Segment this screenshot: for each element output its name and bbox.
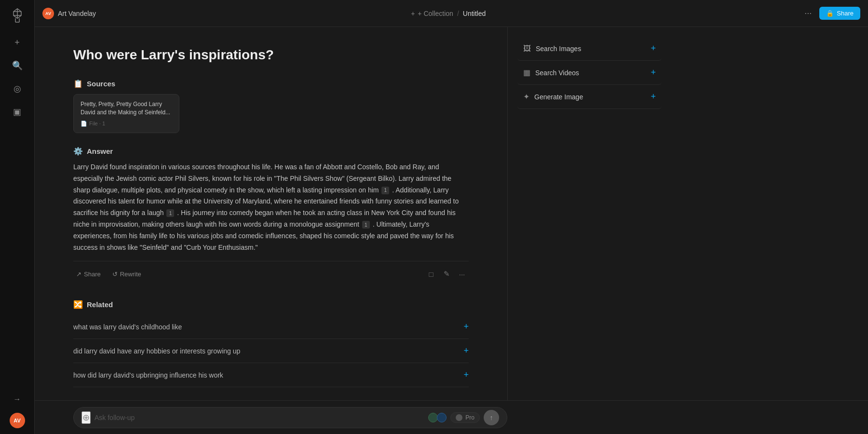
expand-sidebar-button[interactable]: → <box>8 390 27 409</box>
sidebar: + 🔍 ◎ ▣ → AV <box>0 0 35 434</box>
follow-up-actions: Pro ↑ <box>428 410 499 425</box>
source-card-meta-text: File · 1 <box>89 121 105 126</box>
search-icon: 🔍 <box>12 60 23 71</box>
model-dot-1 <box>428 413 438 422</box>
sources-icon: 📋 <box>73 79 83 88</box>
search-images-plus-icon: + <box>651 43 656 54</box>
citation-1[interactable]: 1 <box>381 187 389 194</box>
related-plus-icon-2: + <box>463 346 469 356</box>
collection-button[interactable]: + + Collection <box>411 10 453 17</box>
model-badge <box>428 413 447 422</box>
search-videos-item[interactable]: ▦ Search Videos + <box>517 61 662 85</box>
source-card-title: Pretty, Pretty, Pretty Good Larry David … <box>81 100 172 117</box>
generate-image-item[interactable]: ✦ Generate Image + <box>517 85 662 109</box>
rewrite-icon: ↺ <box>112 271 118 278</box>
answer-actions: ↗ Share ↺ Rewrite □ ✎ <box>73 261 469 281</box>
copy-button[interactable]: □ <box>424 267 438 281</box>
discover-button[interactable]: ◎ <box>8 79 27 98</box>
pro-toggle[interactable]: Pro <box>450 412 480 423</box>
answer-icon: ⚙️ <box>73 147 83 156</box>
more-options-button[interactable]: ··· <box>800 6 815 20</box>
related-text-3: how did larry david's upbringing influen… <box>73 371 223 379</box>
share-label: Share <box>837 10 854 17</box>
plus-icon: + <box>14 38 20 48</box>
related-label: Related <box>87 300 113 309</box>
pro-label: Pro <box>465 414 475 421</box>
related-text-1: what was larry david's childhood like <box>73 323 182 331</box>
topbar-username: Art Vandelay <box>58 10 96 17</box>
right-sidebar: 🖼 Search Images + ▦ Search Videos + ✦ Ge… <box>507 27 671 400</box>
related-header: 🔀 Related <box>73 300 469 309</box>
model-dot-2 <box>437 413 447 422</box>
related-section: 🔀 Related what was larry david's childho… <box>73 300 469 387</box>
generate-image-icon: ✦ <box>523 92 529 101</box>
library-button[interactable]: ▣ <box>8 102 27 122</box>
related-plus-icon-3: + <box>463 370 469 380</box>
send-button[interactable]: ↑ <box>484 410 499 425</box>
follow-up-input-wrap: ⊕ Pro ↑ <box>73 407 507 428</box>
source-card[interactable]: Pretty, Pretty, Pretty Good Larry David … <box>73 94 179 133</box>
content-area: Who were Larry's inspirations? 📋 Sources… <box>35 27 868 400</box>
related-plus-icon-1: + <box>463 322 469 332</box>
plus-icon: + <box>411 10 415 17</box>
related-item[interactable]: what was larry david's childhood like + <box>73 315 469 339</box>
compass-icon: ◎ <box>14 83 21 94</box>
sidebar-user-initials: AV <box>14 418 20 423</box>
expand-icon: → <box>14 395 21 404</box>
image-search-icon: 🖼 <box>523 44 531 53</box>
search-images-item[interactable]: 🖼 Search Images + <box>517 37 662 61</box>
breadcrumb-separator: / <box>457 10 459 17</box>
generate-image-left: ✦ Generate Image <box>523 92 583 101</box>
answer-label: Answer <box>87 147 113 155</box>
answer-text: Larry David found inspiration in various… <box>73 162 469 253</box>
topbar-user-avatar: AV <box>42 8 54 19</box>
new-thread-button[interactable]: + <box>8 33 27 52</box>
related-item[interactable]: did larry david have any hobbies or inte… <box>73 339 469 363</box>
search-videos-plus-icon: + <box>651 68 656 78</box>
sources-section: 📋 Sources Pretty, Pretty, Pretty Good La… <box>73 79 469 133</box>
share-answer-icon: ↗ <box>76 271 81 278</box>
send-icon: ↑ <box>490 414 493 421</box>
more-icon: ··· <box>459 270 465 278</box>
answer-header: ⚙️ Answer <box>73 147 469 156</box>
topbar-breadcrumb: + + Collection / Untitled <box>102 10 795 17</box>
sources-header: 📋 Sources <box>73 79 469 88</box>
app-logo[interactable] <box>8 6 27 25</box>
collection-label: + Collection <box>418 10 453 17</box>
search-button[interactable]: 🔍 <box>8 56 27 75</box>
source-card-meta: 📄 File · 1 <box>81 121 172 127</box>
video-search-icon: ▦ <box>523 68 530 77</box>
library-icon: ▣ <box>13 107 21 117</box>
search-videos-left: ▦ Search Videos <box>523 68 579 77</box>
related-text-2: did larry david have any hobbies or inte… <box>73 347 240 355</box>
share-answer-button[interactable]: ↗ Share <box>73 269 104 280</box>
share-button[interactable]: 🔒 Share <box>819 7 860 20</box>
page-question-title: Who were Larry's inspirations? <box>73 46 469 64</box>
rewrite-label: Rewrite <box>120 271 141 278</box>
topbar-right: ··· 🔒 Share <box>800 6 860 20</box>
answer-action-right: □ ✎ ··· <box>424 267 469 281</box>
topbar-user[interactable]: AV Art Vandelay <box>42 8 96 19</box>
follow-up-attach-button[interactable]: ⊕ <box>81 411 91 424</box>
bottom-bar: ⊕ Pro ↑ <box>35 400 868 434</box>
related-icon: 🔀 <box>73 300 83 309</box>
edit-button[interactable]: ✎ <box>440 267 453 281</box>
lock-icon: 🔒 <box>826 10 834 17</box>
copy-icon: □ <box>429 270 433 278</box>
edit-icon: ✎ <box>444 270 450 278</box>
pro-toggle-dot <box>456 414 462 421</box>
search-images-left: 🖼 Search Images <box>523 44 581 53</box>
page-title-breadcrumb: Untitled <box>463 10 486 17</box>
topbar: AV Art Vandelay + + Collection / Untitle… <box>35 0 868 27</box>
follow-up-input[interactable] <box>95 414 424 421</box>
main-content: Who were Larry's inspirations? 📋 Sources… <box>35 27 507 400</box>
search-videos-label: Search Videos <box>535 69 579 77</box>
rewrite-button[interactable]: ↺ Rewrite <box>109 269 144 280</box>
share-answer-label: Share <box>84 271 101 278</box>
sidebar-user-avatar[interactable]: AV <box>10 413 25 428</box>
citation-3[interactable]: 1 <box>362 221 370 229</box>
more-answer-options-button[interactable]: ··· <box>455 267 469 281</box>
citation-2[interactable]: 1 <box>166 209 174 217</box>
related-item[interactable]: how did larry david's upbringing influen… <box>73 363 469 387</box>
generate-image-label: Generate Image <box>534 93 583 101</box>
